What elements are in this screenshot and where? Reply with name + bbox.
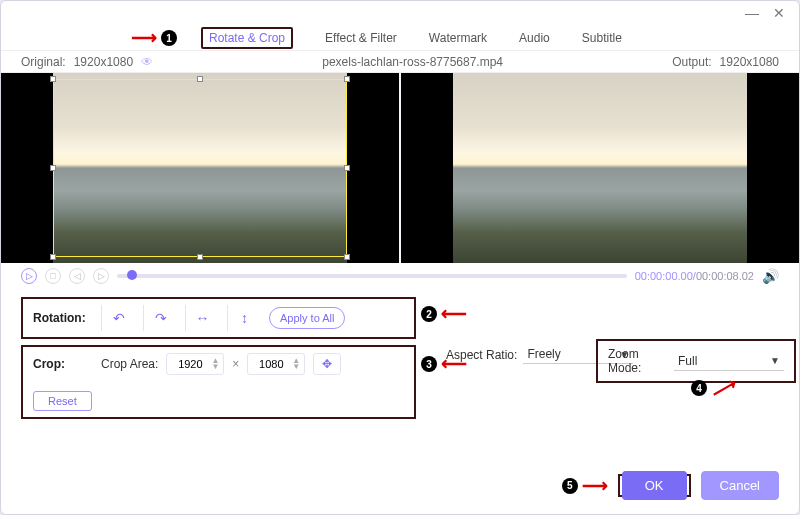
crop-group: Crop: Crop Area: ▲▼ × ▲▼ ✥ Reset [21, 345, 416, 419]
preview-output [401, 73, 799, 263]
preview-input[interactable] [1, 73, 399, 263]
tab-subtitle[interactable]: Subtitle [582, 31, 622, 45]
close-icon[interactable]: ✕ [773, 5, 785, 21]
crop-width-input[interactable]: ▲▼ [166, 353, 224, 375]
flip-horizontal-icon[interactable]: ↔ [185, 305, 219, 331]
editor-window: — ✕ Rotate & Crop Effect & Filter Waterm… [0, 0, 800, 515]
info-row: Original: 1920x1080 👁 pexels-lachlan-ros… [1, 51, 799, 73]
rotate-cw-icon[interactable]: ↷ [143, 305, 177, 331]
zoom-group: Zoom Mode: Full ▼ [596, 339, 796, 383]
output-label: Output: [672, 55, 711, 69]
preview-toggle-icon[interactable]: 👁 [141, 55, 153, 69]
preview-row [1, 73, 799, 263]
tab-audio[interactable]: Audio [519, 31, 550, 45]
crop-area-label: Crop Area: [101, 357, 158, 371]
rotate-ccw-icon[interactable]: ↶ [101, 305, 135, 331]
play-icon[interactable]: ▷ [21, 268, 37, 284]
filename: pexels-lachlan-ross-8775687.mp4 [161, 55, 664, 69]
zoom-mode-value: Full [678, 354, 697, 368]
stepper-arrows-icon[interactable]: ▲▼ [292, 358, 300, 370]
preview-output-image [453, 73, 747, 263]
ok-button[interactable]: OK [622, 471, 687, 500]
annotation-5: 5⟶ [562, 475, 608, 497]
tab-effect-filter[interactable]: Effect & Filter [325, 31, 397, 45]
crop-height-input[interactable]: ▲▼ [247, 353, 305, 375]
controls-area: Rotation: ↶ ↷ ↔ ↕ Apply to All Crop: Cro… [21, 297, 779, 419]
footer: 5⟶ OK Cancel [562, 471, 779, 500]
stepper-arrows-icon[interactable]: ▲▼ [211, 358, 219, 370]
titlebar: — ✕ [1, 1, 799, 25]
flip-vertical-icon[interactable]: ↕ [227, 305, 261, 331]
annotation-2: 2⟵ [421, 303, 467, 325]
tab-watermark[interactable]: Watermark [429, 31, 487, 45]
rotation-label: Rotation: [33, 311, 93, 325]
crop-height-field[interactable] [252, 357, 290, 371]
times-icon: × [232, 357, 239, 371]
playback-bar: ▷ □ ◁ ▷ 00:00:00.00/00:00:08.02 🔊 [1, 263, 799, 289]
rotation-group: Rotation: ↶ ↷ ↔ ↕ Apply to All [21, 297, 416, 339]
time-duration: 00:00:08.02 [696, 270, 754, 282]
tabbar: Rotate & Crop Effect & Filter Watermark … [1, 25, 799, 51]
original-res: 1920x1080 [74, 55, 133, 69]
move-handle-icon[interactable]: ✥ [313, 353, 341, 375]
time-current: 00:00:00.00 [635, 270, 693, 282]
timecode: 00:00:00.00/00:00:08.02 [635, 270, 754, 282]
chevron-down-icon: ▼ [770, 355, 780, 366]
zoom-mode-select[interactable]: Full ▼ [674, 352, 784, 371]
volume-icon[interactable]: 🔊 [762, 268, 779, 284]
reset-button[interactable]: Reset [33, 391, 92, 411]
prev-frame-icon[interactable]: ◁ [69, 268, 85, 284]
output-res: 1920x1080 [720, 55, 779, 69]
seek-thumb[interactable] [127, 270, 137, 280]
crop-width-field[interactable] [171, 357, 209, 371]
minimize-icon[interactable]: — [745, 5, 759, 21]
aspect-ratio-value: Freely [527, 347, 560, 361]
annotation-1: ⟵ 1 [131, 27, 177, 49]
aspect-ratio-label: Aspect Ratio: [446, 348, 517, 362]
preview-input-image [53, 73, 347, 263]
next-frame-icon[interactable]: ▷ [93, 268, 109, 284]
zoom-mode-label: Zoom Mode: [608, 347, 666, 375]
crop-label: Crop: [33, 357, 93, 371]
tab-rotate-crop[interactable]: Rotate & Crop [201, 27, 293, 49]
ok-wrap: OK [618, 474, 691, 497]
apply-to-all-button[interactable]: Apply to All [269, 307, 345, 329]
original-label: Original: [21, 55, 66, 69]
cancel-button[interactable]: Cancel [701, 471, 779, 500]
seek-track[interactable] [117, 274, 627, 278]
stop-icon[interactable]: □ [45, 268, 61, 284]
